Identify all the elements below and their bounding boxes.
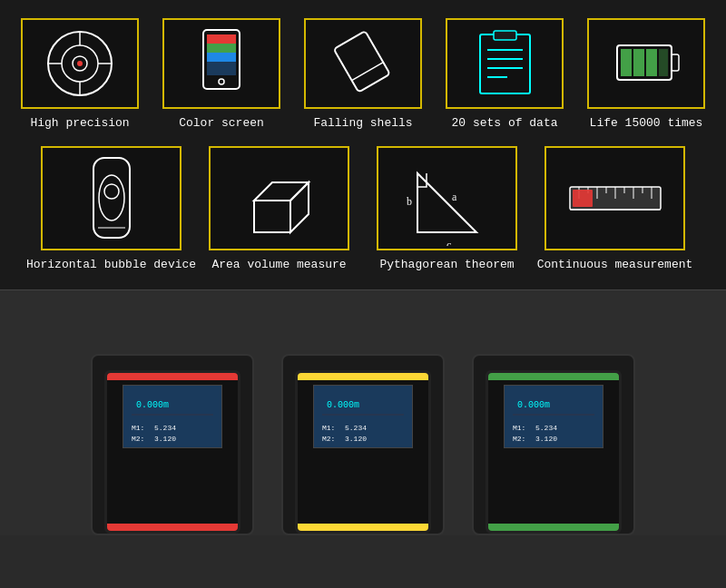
svg-point-7 xyxy=(77,61,83,66)
device-red-body: 0.000m M1: 5.234 M2: 3.120 xyxy=(104,370,240,534)
svg-text:0.000m: 0.000m xyxy=(517,400,550,410)
device-red: 0.000m M1: 5.234 M2: 3.120 xyxy=(91,354,254,535)
color-screen-icon-box xyxy=(162,18,280,109)
device-green: 0.000m M1: 5.234 M2: 3.120 xyxy=(472,354,635,535)
pythagorean-label: Pythagorean theorem xyxy=(379,258,514,271)
continuous-icon-box xyxy=(544,146,685,250)
sets-of-data-label: 20 sets of data xyxy=(451,116,557,130)
device-yellow-bottom-strip xyxy=(298,524,428,531)
device-yellow-body: 0.000m M1: 5.234 M2: 3.120 xyxy=(295,370,431,534)
device-red-top-strip xyxy=(107,373,238,380)
device-red-bottom-strip xyxy=(107,524,238,531)
svg-rect-22 xyxy=(494,31,516,40)
svg-text:c: c xyxy=(446,239,451,246)
svg-text:5.234: 5.234 xyxy=(345,424,367,432)
svg-text:5.234: 5.234 xyxy=(154,424,176,432)
svg-text:M1:: M1: xyxy=(132,424,144,432)
svg-rect-24 xyxy=(672,54,679,71)
bottom-devices-section: 0.000m M1: 5.234 M2: 3.120 0.000m M1: xyxy=(0,290,726,535)
device-green-top-strip xyxy=(488,373,619,380)
falling-shells-icon-box xyxy=(304,18,422,109)
continuous-label: Continuous measurement xyxy=(537,258,693,271)
svg-rect-17 xyxy=(480,34,530,93)
feature-falling-shells: Falling shells xyxy=(299,18,427,130)
device-green-bottom-strip xyxy=(488,524,619,531)
svg-text:M2:: M2: xyxy=(322,435,335,443)
svg-text:M1:: M1: xyxy=(513,424,525,432)
svg-rect-25 xyxy=(621,49,632,76)
feature-row-2: Horizontal bubble device Area volume mea… xyxy=(9,137,717,276)
life-times-label: Life 15000 times xyxy=(590,116,703,130)
svg-point-30 xyxy=(99,175,124,220)
feature-bubble-device: Horizontal bubble device xyxy=(32,146,191,271)
bubble-device-label: Horizontal bubble device xyxy=(26,258,196,271)
feature-area-volume: Area volume measure xyxy=(200,146,358,271)
high-precision-icon-box xyxy=(21,18,139,109)
device-yellow-top-strip xyxy=(298,373,428,380)
svg-text:b: b xyxy=(407,195,412,208)
color-screen-label: Color screen xyxy=(179,116,264,130)
svg-text:3.120: 3.120 xyxy=(154,435,176,443)
svg-rect-13 xyxy=(207,62,236,75)
feature-high-precision: High precision xyxy=(16,18,143,130)
svg-rect-10 xyxy=(207,34,236,44)
svg-rect-26 xyxy=(633,49,644,76)
device-yellow: 0.000m M1: 5.234 M2: 3.120 xyxy=(281,354,445,535)
svg-text:5.234: 5.234 xyxy=(535,424,557,432)
svg-rect-12 xyxy=(207,53,236,62)
svg-text:M2:: M2: xyxy=(513,435,525,443)
svg-text:3.120: 3.120 xyxy=(345,435,367,443)
svg-text:0.000m: 0.000m xyxy=(327,400,359,410)
feature-sets-of-data: 20 sets of data xyxy=(441,18,568,130)
svg-text:3.120: 3.120 xyxy=(535,435,557,443)
device-yellow-screen: 0.000m M1: 5.234 M2: 3.120 xyxy=(313,385,413,448)
svg-point-14 xyxy=(219,79,224,84)
feature-color-screen: Color screen xyxy=(158,18,285,130)
feature-continuous: Continuous measurement xyxy=(535,146,694,271)
device-red-screen: 0.000m M1: 5.234 M2: 3.120 xyxy=(123,385,222,448)
svg-text:M1:: M1: xyxy=(322,424,335,432)
svg-rect-15 xyxy=(334,31,390,93)
bubble-device-icon-box xyxy=(41,146,182,250)
svg-text:a: a xyxy=(452,191,457,203)
svg-text:0.000m: 0.000m xyxy=(136,400,169,410)
svg-marker-33 xyxy=(254,201,290,232)
svg-point-31 xyxy=(104,184,119,199)
high-precision-label: High precision xyxy=(30,116,129,130)
top-feature-section: High precision Color scre xyxy=(0,0,726,290)
feature-life-times: Life 15000 times xyxy=(583,18,710,130)
feature-pythagorean: b c a Pythagorean theorem xyxy=(368,146,526,271)
svg-line-16 xyxy=(352,63,384,81)
svg-marker-35 xyxy=(290,182,309,232)
sets-of-data-icon-box xyxy=(446,18,564,109)
area-volume-label: Area volume measure xyxy=(211,258,346,271)
svg-rect-28 xyxy=(659,49,668,76)
device-green-screen: 0.000m M1: 5.234 M2: 3.120 xyxy=(504,385,603,448)
feature-row-1: High precision Color scre xyxy=(9,18,717,130)
falling-shells-label: Falling shells xyxy=(313,116,412,130)
pythagorean-icon-box: b c a xyxy=(377,146,517,250)
svg-rect-27 xyxy=(646,49,657,76)
life-times-icon-box xyxy=(587,18,705,109)
svg-text:M2:: M2: xyxy=(132,435,144,443)
area-volume-icon-box xyxy=(209,146,349,250)
device-green-body: 0.000m M1: 5.234 M2: 3.120 xyxy=(486,370,622,534)
svg-rect-11 xyxy=(207,44,236,53)
svg-rect-50 xyxy=(573,190,593,207)
